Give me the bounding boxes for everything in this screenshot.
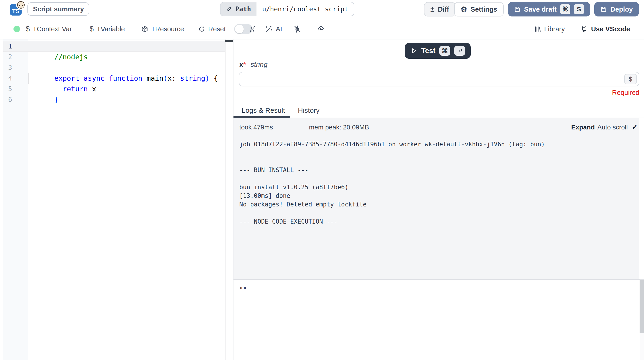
play-icon <box>410 47 417 54</box>
argument-label: x*string <box>239 61 268 68</box>
reset-button[interactable]: Reset <box>198 25 226 33</box>
line-number: 1 <box>3 41 12 52</box>
path-edit-button[interactable]: Path <box>220 2 256 16</box>
bun-runtime-icon <box>17 1 25 8</box>
assistant-disabled-button[interactable] <box>293 25 302 33</box>
reset-label: Reset <box>208 25 226 33</box>
save-draft-button[interactable]: Save draft ⌘ S <box>508 2 590 16</box>
splitter-drag-handle[interactable] <box>225 40 233 42</box>
test-label: Test <box>421 47 435 55</box>
result-tabbar: Logs & Result History <box>234 103 644 118</box>
logs-panel[interactable]: took 479ms mem peak: 20.09MB Expand Auto… <box>234 118 644 279</box>
use-vscode-button[interactable]: Use VScode <box>580 25 630 33</box>
log-line: bun install v1.0.25 (a8ff7be6) <box>239 183 545 191</box>
check-icon[interactable]: ✓ <box>632 123 638 131</box>
code-line[interactable]: } <box>29 84 58 116</box>
code-token: x: <box>168 74 180 82</box>
argument-input[interactable]: $ <box>239 72 639 86</box>
magic-wand-icon <box>265 25 273 33</box>
log-line: No packages! Deleted empty lockfile <box>239 200 545 209</box>
diff-button[interactable]: ± Diff <box>424 2 456 16</box>
code-comment: //nodejs <box>54 53 88 61</box>
gear-icon: ⚙ <box>461 6 467 13</box>
tab-history[interactable]: History <box>298 103 320 118</box>
log-line: --- NODE CODE EXECUTION --- <box>239 217 545 226</box>
cmd-key-badge: ⌘ <box>439 46 450 56</box>
code-token: } <box>54 96 58 104</box>
enter-key-badge <box>454 46 465 56</box>
plus-minus-icon: ± <box>430 6 434 13</box>
memory-stat: mem peak: 20.09MB <box>309 124 369 131</box>
line-number: 6 <box>3 94 12 105</box>
insert-variable-button[interactable]: $ <box>624 74 637 84</box>
save-icon <box>514 6 521 12</box>
toggle-knob <box>235 24 244 33</box>
library-icon <box>534 25 541 32</box>
library-button[interactable]: Library <box>534 25 565 33</box>
logo-text: TS <box>12 8 20 15</box>
editor-scrollbar-track <box>225 39 226 360</box>
format-code-button[interactable] <box>316 25 325 33</box>
multiplayer-button[interactable] <box>249 25 257 33</box>
argument-type: string <box>250 61 268 68</box>
result-scrollbar-thumb[interactable] <box>640 280 644 333</box>
cmd-key-badge: ⌘ <box>560 4 570 14</box>
return-arrow-icon <box>457 48 463 54</box>
add-context-var-button[interactable]: $ +Context Var <box>26 25 72 33</box>
deploy-label: Deploy <box>610 5 633 13</box>
tab-logs-result[interactable]: Logs & Result <box>242 103 285 118</box>
logs-scrollbar-track[interactable] <box>639 118 644 279</box>
autoscroll-label[interactable]: Auto scroll <box>597 124 628 131</box>
dollar-icon: $ <box>629 76 632 83</box>
line-number: 5 <box>3 84 12 94</box>
argument-name: x <box>239 61 243 68</box>
code-token: x <box>92 85 96 93</box>
path-label: Path <box>235 5 251 13</box>
add-resource-label: +Resource <box>151 25 184 33</box>
result-value: "" <box>239 286 247 293</box>
line-number: 3 <box>3 62 12 73</box>
use-vscode-label: Use VScode <box>591 25 630 33</box>
result-scrollbar-track[interactable] <box>640 280 644 360</box>
add-context-var-label: +Context Var <box>33 25 72 33</box>
script-path-control[interactable]: Path u/henri/coolest_script <box>220 2 354 16</box>
save-draft-label: Save draft <box>524 5 557 13</box>
users-icon <box>249 25 257 33</box>
paintbrush-icon <box>316 25 325 33</box>
duration-stat: took 479ms <box>239 124 273 131</box>
zap-off-icon <box>293 25 302 33</box>
code-token: ) <box>205 74 210 82</box>
settings-button[interactable]: ⚙ Settings <box>454 2 504 16</box>
ai-generate-button[interactable]: AI <box>265 25 282 33</box>
dollar-icon: $ <box>90 25 94 33</box>
required-message: Required <box>612 89 639 97</box>
required-star: * <box>243 61 246 68</box>
indent-guide <box>28 73 29 84</box>
code-editor[interactable]: 1 2 3 4 5 6 //nodejs export async functi… <box>0 39 229 360</box>
package-icon <box>141 25 148 32</box>
log-line <box>239 157 545 166</box>
code-token: string <box>180 74 205 82</box>
add-resource-button[interactable]: +Resource <box>141 25 184 33</box>
vscode-icon <box>580 25 588 33</box>
log-output: job 018d7f22-af89-7385-7780-d4146d1f96b1… <box>239 140 545 226</box>
log-line: [13.00ms] done <box>239 191 545 200</box>
test-run-button[interactable]: Test ⌘ <box>405 43 471 59</box>
deploy-button[interactable]: Deploy <box>594 2 639 16</box>
windmill-script-editor: TS Path u/henri/coolest_script ± Diff ⚙ … <box>0 0 644 360</box>
pane-splitter[interactable] <box>229 39 234 360</box>
log-line <box>239 209 545 217</box>
script-summary-input[interactable] <box>28 2 89 16</box>
result-panel[interactable]: "" <box>234 280 644 360</box>
log-line: --- BUN INSTALL --- <box>239 166 545 175</box>
dollar-icon: $ <box>26 25 30 33</box>
deploy-save-icon <box>600 6 607 12</box>
s-key-badge: S <box>574 4 584 14</box>
expand-button[interactable]: Expand <box>571 124 595 131</box>
code-token: return <box>54 85 92 93</box>
script-path-value[interactable]: u/henri/coolest_script <box>256 2 354 16</box>
add-variable-button[interactable]: $ +Variable <box>90 25 125 33</box>
top-bar: TS Path u/henri/coolest_script ± Diff ⚙ … <box>0 0 644 18</box>
settings-label: Settings <box>471 5 497 13</box>
diff-label: Diff <box>438 5 449 13</box>
